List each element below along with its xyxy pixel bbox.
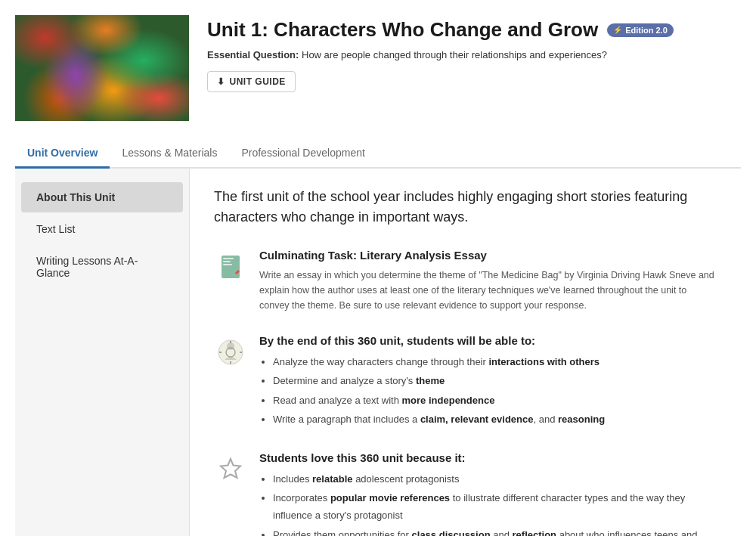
culminating-task-body: Culminating Task: Literary Analysis Essa… bbox=[259, 249, 717, 313]
culminating-task-desc: Write an essay in which you determine th… bbox=[259, 268, 717, 313]
students-able-section: By the end of this 360 unit, students wi… bbox=[214, 334, 717, 430]
list-item: Read and analyze a text with more indepe… bbox=[273, 392, 605, 409]
list-item: Includes relatable adolescent protagonis… bbox=[273, 470, 717, 488]
students-able-icon bbox=[214, 336, 247, 369]
bold-term: more independence bbox=[402, 395, 495, 406]
students-able-list: Analyze the way characters change throug… bbox=[259, 353, 605, 429]
students-love-icon bbox=[214, 453, 247, 486]
svg-rect-1 bbox=[223, 258, 234, 259]
tab-professional-development[interactable]: Professional Development bbox=[229, 139, 376, 169]
svg-rect-3 bbox=[223, 264, 232, 265]
essential-question-text: How are people changed through their rel… bbox=[302, 49, 607, 60]
bold-term: popular movie references bbox=[330, 492, 450, 503]
content-area: About This Unit Text List Writing Lesson… bbox=[15, 169, 741, 536]
svg-rect-2 bbox=[223, 261, 231, 262]
list-item: Provides them opportunities for class di… bbox=[273, 526, 717, 536]
intro-text: The first unit of the school year includ… bbox=[214, 187, 717, 228]
list-item: Incorporates popular movie references to… bbox=[273, 489, 717, 525]
students-love-list: Includes relatable adolescent protagonis… bbox=[259, 470, 717, 536]
students-love-title: Students love this 360 unit because it: bbox=[259, 451, 717, 464]
download-icon: ⬇ bbox=[217, 76, 225, 87]
bold-term: theme bbox=[416, 375, 445, 386]
unit-guide-label: UNIT GUIDE bbox=[230, 76, 286, 87]
unit-title-row: Unit 1: Characters Who Change and Grow E… bbox=[207, 18, 741, 42]
culminating-task-title: Culminating Task: Literary Analysis Essa… bbox=[259, 249, 717, 262]
tab-unit-overview[interactable]: Unit Overview bbox=[15, 139, 110, 169]
sidebar-item-writing-lessons[interactable]: Writing Lessons At-A-Glance bbox=[21, 246, 183, 288]
unit-image bbox=[15, 15, 189, 121]
students-able-title: By the end of this 360 unit, students wi… bbox=[259, 334, 605, 347]
students-love-section: Students love this 360 unit because it: … bbox=[214, 451, 717, 536]
svg-marker-11 bbox=[221, 459, 240, 478]
bold-term: interactions with others bbox=[488, 356, 600, 367]
unit-header: Unit 1: Characters Who Change and Grow E… bbox=[15, 15, 741, 133]
list-item: Write a paragraph that includes a claim,… bbox=[273, 411, 605, 428]
tabs-bar: Unit Overview Lessons & Materials Profes… bbox=[15, 139, 741, 169]
edition-badge: Edition 2.0 bbox=[607, 23, 674, 37]
bold-term: claim, relevant evidence bbox=[420, 414, 534, 425]
students-love-body: Students love this 360 unit because it: … bbox=[259, 451, 717, 536]
sidebar-item-text-list[interactable]: Text List bbox=[21, 214, 183, 244]
sidebar: About This Unit Text List Writing Lesson… bbox=[15, 169, 189, 536]
unit-info: Unit 1: Characters Who Change and Grow E… bbox=[207, 15, 741, 92]
essential-question-label: Essential Question: bbox=[207, 49, 299, 60]
students-able-body: By the end of this 360 unit, students wi… bbox=[259, 334, 605, 430]
sidebar-item-about-this-unit[interactable]: About This Unit bbox=[21, 182, 183, 212]
main-content: The first unit of the school year includ… bbox=[189, 169, 741, 536]
list-item: Analyze the way characters change throug… bbox=[273, 353, 605, 370]
culminating-task-section: Culminating Task: Literary Analysis Essa… bbox=[214, 249, 717, 313]
tab-lessons-materials[interactable]: Lessons & Materials bbox=[110, 139, 229, 169]
bold-term: reflection bbox=[513, 529, 557, 536]
list-item: Determine and analyze a story's theme bbox=[273, 372, 605, 389]
unit-guide-button[interactable]: ⬇ UNIT GUIDE bbox=[207, 71, 296, 92]
essential-question: Essential Question: How are people chang… bbox=[207, 49, 741, 60]
culminating-task-icon bbox=[214, 250, 247, 283]
bold-term: relatable bbox=[312, 473, 352, 485]
bold-term: class discussion bbox=[412, 529, 491, 536]
bold-term: reasoning bbox=[558, 414, 605, 425]
unit-title: Unit 1: Characters Who Change and Grow bbox=[207, 18, 598, 42]
